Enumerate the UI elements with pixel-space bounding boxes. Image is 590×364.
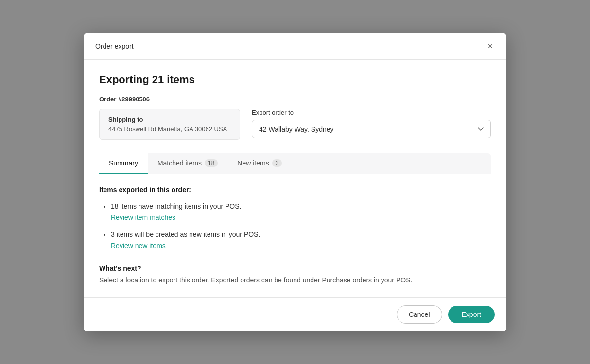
- tab-new-badge: 3: [272, 159, 282, 167]
- tab-matched-badge: 18: [205, 159, 218, 167]
- items-list: 18 items have matching items in your POS…: [99, 201, 491, 251]
- modal-footer: Cancel Export: [84, 297, 506, 331]
- review-new-link[interactable]: Review new items: [111, 241, 491, 251]
- tab-matched-label: Matched items: [157, 159, 202, 167]
- cancel-button[interactable]: Cancel: [397, 305, 442, 324]
- summary-content: Items exported in this order: 18 items h…: [99, 186, 491, 285]
- export-destination: Export order to 42 Wallaby Way, Sydney: [252, 109, 491, 138]
- tabs-container: Summary Matched items 18 New items 3: [99, 153, 491, 174]
- tab-new-items[interactable]: New items 3: [227, 153, 292, 174]
- tab-matched-items[interactable]: Matched items 18: [148, 153, 227, 174]
- export-dest-label: Export order to: [252, 109, 491, 116]
- shipping-box: Shipping to 4475 Roswell Rd Marietta, GA…: [99, 109, 240, 140]
- review-matches-link[interactable]: Review item matches: [111, 213, 491, 223]
- whats-next-text: Select a location to export this order. …: [99, 275, 491, 285]
- new-item-wrapper: 3 items will be created as new items in …: [111, 230, 491, 251]
- matched-items-text: 18 items have matching items in your POS…: [111, 202, 241, 210]
- order-number: Order #29990506: [99, 96, 491, 103]
- matched-item-wrapper: 18 items have matching items in your POS…: [111, 201, 491, 223]
- close-button[interactable]: ×: [486, 41, 495, 51]
- tab-summary[interactable]: Summary: [99, 153, 148, 174]
- matched-items-item: 18 items have matching items in your POS…: [111, 201, 491, 223]
- new-items-item: 3 items will be created as new items in …: [111, 230, 491, 251]
- shipping-address: 4475 Roswell Rd Marietta, GA 30062 USA: [108, 125, 231, 132]
- modal-body: Exporting 21 items Order #29990506 Shipp…: [84, 60, 506, 297]
- modal-overlay: Order export × Exporting 21 items Order …: [0, 0, 590, 364]
- items-exported-heading: Items exported in this order:: [99, 186, 491, 194]
- order-row: Shipping to 4475 Roswell Rd Marietta, GA…: [99, 109, 491, 140]
- order-export-modal: Order export × Exporting 21 items Order …: [84, 33, 506, 331]
- whats-next-heading: What's next?: [99, 265, 491, 272]
- tab-summary-label: Summary: [109, 159, 138, 167]
- shipping-label: Shipping to: [108, 116, 231, 123]
- modal-title: Order export: [95, 42, 134, 50]
- export-heading: Exporting 21 items: [99, 73, 491, 86]
- tab-new-label: New items: [237, 159, 269, 167]
- location-select[interactable]: 42 Wallaby Way, Sydney: [252, 120, 491, 138]
- export-button[interactable]: Export: [448, 306, 495, 323]
- new-items-text: 3 items will be created as new items in …: [111, 231, 260, 238]
- modal-header: Order export ×: [84, 33, 506, 60]
